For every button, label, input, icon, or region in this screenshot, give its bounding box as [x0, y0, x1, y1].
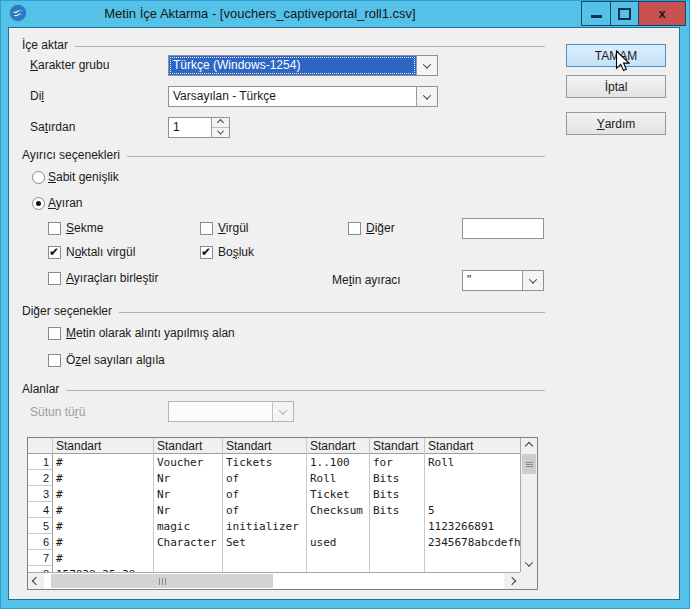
preview-cell[interactable]: Nr: [154, 486, 223, 502]
close-icon[interactable]: x: [639, 2, 685, 25]
preview-cell[interactable]: Roll: [307, 470, 370, 486]
language-label: Dil: [30, 89, 44, 103]
preview-cell[interactable]: [370, 550, 425, 566]
preview-cell[interactable]: Set: [223, 534, 307, 550]
preview-row-number: 1: [28, 454, 53, 470]
spinner-down-icon[interactable]: [212, 128, 229, 137]
maximize-icon[interactable]: [611, 2, 639, 25]
horizontal-scrollbar[interactable]: [28, 572, 520, 589]
preview-column-header[interactable]: Standart: [154, 438, 223, 454]
merge-delimiters-checkbox[interactable]: [48, 272, 61, 285]
preview-row-number: 4: [28, 502, 53, 518]
other-separator-input[interactable]: [462, 218, 544, 239]
chevron-down-icon[interactable]: [522, 271, 543, 290]
detect-special-numbers-checkbox[interactable]: [48, 354, 61, 367]
separated-by-radio[interactable]: [32, 197, 45, 210]
preview-cell[interactable]: Checksum: [307, 502, 370, 518]
preview-cell[interactable]: [370, 518, 425, 534]
preview-cell[interactable]: magic: [154, 518, 223, 534]
help-button[interactable]: Yardım: [566, 112, 666, 135]
comma-checkbox[interactable]: [200, 222, 213, 235]
preview-cell[interactable]: Ticket: [307, 486, 370, 502]
semicolon-label: Noktalı virgül: [66, 245, 135, 259]
preview-column-header[interactable]: Standart: [223, 438, 307, 454]
preview-cell[interactable]: Tickets: [223, 454, 307, 470]
vertical-scrollbar-thumb[interactable]: [522, 454, 536, 474]
space-checkbox[interactable]: [200, 246, 213, 259]
preview-cell[interactable]: of: [223, 470, 307, 486]
charset-combo[interactable]: Türkçe (Windows-1254): [168, 55, 438, 76]
preview-cell[interactable]: #: [53, 534, 154, 550]
preview-cell[interactable]: [307, 518, 370, 534]
app-icon[interactable]: [9, 4, 27, 22]
horizontal-scrollbar-thumb[interactable]: [51, 574, 273, 588]
preview-row-number: 7: [28, 550, 53, 566]
preview-cell[interactable]: #: [53, 518, 154, 534]
cancel-button[interactable]: İptal: [566, 75, 666, 98]
from-row-value: 1: [169, 118, 211, 137]
preview-cell[interactable]: [370, 534, 425, 550]
preview-cell[interactable]: 1..100: [307, 454, 370, 470]
other-label: Diğer: [366, 221, 395, 235]
preview-cell[interactable]: #: [53, 454, 154, 470]
vertical-scrollbar[interactable]: [520, 438, 537, 572]
charset-value: Türkçe (Windows-1254): [169, 56, 416, 75]
comma-label: Virgül: [218, 221, 248, 235]
scroll-left-icon[interactable]: [28, 573, 44, 589]
import-group-label: İçe aktar: [22, 38, 68, 52]
language-combo[interactable]: Varsayılan - Türkçe: [168, 86, 438, 107]
ok-button[interactable]: TAMAM: [566, 44, 666, 67]
preview-cell[interactable]: #: [53, 470, 154, 486]
column-type-value: [169, 402, 272, 421]
text-delimiter-label: Metin ayıracı: [332, 273, 401, 287]
preview-cell[interactable]: [223, 550, 307, 566]
preview-column-header[interactable]: Standart: [307, 438, 370, 454]
preview-cell[interactable]: Nr: [154, 502, 223, 518]
spinner-up-icon[interactable]: [212, 118, 229, 128]
fixed-width-radio[interactable]: [32, 171, 45, 184]
preview-cell[interactable]: Nr: [154, 470, 223, 486]
preview-row-number: 5: [28, 518, 53, 534]
scroll-up-icon[interactable]: [521, 438, 537, 454]
preview-cell[interactable]: #: [53, 502, 154, 518]
fields-group-heading: Alanlar: [22, 382, 545, 396]
preview-cell[interactable]: for: [370, 454, 425, 470]
chevron-down-icon[interactable]: [416, 87, 437, 106]
column-type-combo: [168, 401, 294, 422]
preview-cell[interactable]: Bits: [370, 502, 425, 518]
tab-checkbox[interactable]: [48, 222, 61, 235]
preview-column-header[interactable]: Standart: [53, 438, 154, 454]
minimize-icon[interactable]: [582, 2, 611, 25]
preview-row: 3#NrofTicketBits: [28, 486, 537, 502]
preview-cell[interactable]: #: [53, 486, 154, 502]
preview-cell[interactable]: of: [223, 486, 307, 502]
preview-cell[interactable]: of: [223, 502, 307, 518]
text-delimiter-combo[interactable]: ": [462, 270, 544, 291]
column-type-label: Sütun türü: [30, 405, 85, 419]
preview-cell[interactable]: Character: [154, 534, 223, 550]
preview-column-header[interactable]: Standart: [370, 438, 425, 454]
preview-cell[interactable]: Voucher: [154, 454, 223, 470]
charset-label: Karakter grubu: [30, 58, 109, 72]
chevron-down-icon: [272, 402, 293, 421]
quoted-field-as-text-checkbox[interactable]: [48, 327, 61, 340]
preview-cell[interactable]: Bits: [370, 470, 425, 486]
preview-cell[interactable]: [154, 550, 223, 566]
preview-row: 5#magicinitializer1123266891: [28, 518, 537, 534]
scroll-down-icon[interactable]: [521, 556, 537, 572]
preview-cell[interactable]: #: [53, 550, 154, 566]
preview-row-number: 2: [28, 470, 53, 486]
preview-cell[interactable]: used: [307, 534, 370, 550]
from-row-stepper[interactable]: 1: [168, 117, 230, 138]
preview-header-row: StandartStandartStandartStandartStandart…: [28, 438, 537, 454]
preview-cell[interactable]: initializer: [223, 518, 307, 534]
preview-cell[interactable]: [307, 550, 370, 566]
other-checkbox[interactable]: [348, 222, 361, 235]
semicolon-checkbox[interactable]: [48, 246, 61, 259]
space-label: Boşluk: [218, 245, 254, 259]
preview-cell[interactable]: Bits: [370, 486, 425, 502]
chevron-down-icon[interactable]: [416, 56, 437, 75]
scroll-right-icon[interactable]: [504, 573, 520, 589]
preview-row-number: 3: [28, 486, 53, 502]
merge-delimiters-label: Ayıraçları birleştir: [66, 271, 158, 285]
